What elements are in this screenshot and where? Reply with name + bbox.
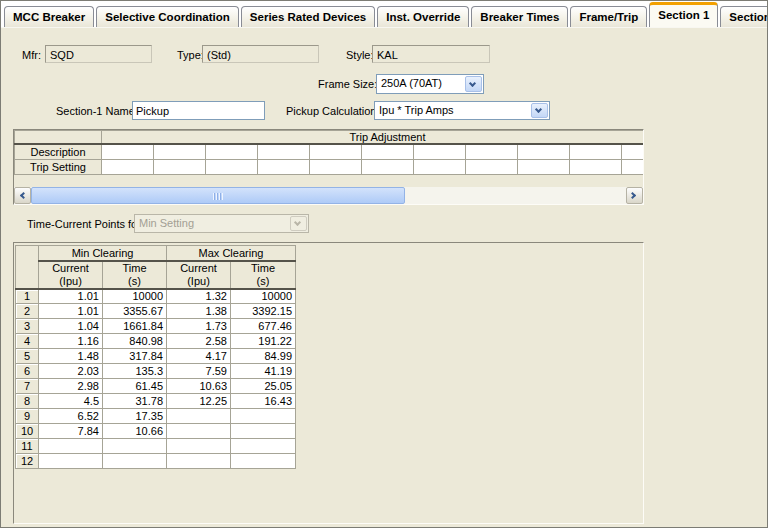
- cell-max-current[interactable]: 2.58: [167, 334, 231, 349]
- cell-min-time[interactable]: 840.98: [103, 334, 167, 349]
- row-number[interactable]: 6: [16, 364, 39, 379]
- frame-size-dropdown[interactable]: 250A (70AT): [376, 74, 484, 94]
- cell-min-current[interactable]: 1.01: [39, 289, 103, 304]
- table-row: 84.531.7812.2516.43: [16, 394, 296, 409]
- cell-min-time[interactable]: 3355.67: [103, 304, 167, 319]
- cell-max-time[interactable]: [231, 439, 296, 454]
- trip-adjustment-cell[interactable]: [154, 159, 206, 174]
- tab-breaker-times[interactable]: Breaker Times: [471, 6, 568, 27]
- cell-min-current[interactable]: 2.03: [39, 364, 103, 379]
- trip-adjustment-cell[interactable]: [258, 144, 310, 159]
- scroll-left-button[interactable]: [14, 187, 31, 204]
- cell-min-time[interactable]: 31.78: [103, 394, 167, 409]
- cell-max-time[interactable]: 191.22: [231, 334, 296, 349]
- cell-min-time[interactable]: 10.66: [103, 424, 167, 439]
- row-number[interactable]: 9: [16, 409, 39, 424]
- cell-min-current[interactable]: 2.98: [39, 379, 103, 394]
- scroll-right-button[interactable]: [626, 187, 643, 204]
- trip-adjustment-cell[interactable]: [570, 144, 622, 159]
- row-number[interactable]: 12: [16, 454, 39, 469]
- cell-min-time[interactable]: 61.45: [103, 379, 167, 394]
- cell-min-current[interactable]: 1.01: [39, 304, 103, 319]
- tab-inst-override[interactable]: Inst. Override: [377, 6, 469, 27]
- cell-max-current[interactable]: 4.17: [167, 349, 231, 364]
- pickup-calc-dropdown[interactable]: Ipu * Trip Amps: [374, 101, 550, 120]
- cell-min-current[interactable]: 1.04: [39, 319, 103, 334]
- row-number[interactable]: 11: [16, 439, 39, 454]
- cell-max-time[interactable]: 25.05: [231, 379, 296, 394]
- trip-adjustment-cell[interactable]: [102, 144, 154, 159]
- tab-section-1[interactable]: Section 1: [649, 2, 718, 27]
- cell-max-time[interactable]: 3392.15: [231, 304, 296, 319]
- trip-adjustment-cell[interactable]: [154, 144, 206, 159]
- tab-section-2[interactable]: Section 2: [720, 6, 767, 27]
- trip-adjustment-cell[interactable]: [102, 159, 154, 174]
- cell-min-current[interactable]: 6.52: [39, 409, 103, 424]
- trip-adjustment-cell[interactable]: [466, 159, 518, 174]
- trip-adjustment-cell[interactable]: [414, 144, 466, 159]
- cell-max-time[interactable]: [231, 424, 296, 439]
- trip-adjustment-cell[interactable]: [362, 159, 414, 174]
- cell-max-time[interactable]: [231, 454, 296, 469]
- cell-min-current[interactable]: 1.16: [39, 334, 103, 349]
- cell-max-current[interactable]: [167, 439, 231, 454]
- cell-min-time[interactable]: [103, 454, 167, 469]
- row-number[interactable]: 3: [16, 319, 39, 334]
- cell-min-current[interactable]: [39, 439, 103, 454]
- cell-max-current[interactable]: 10.63: [167, 379, 231, 394]
- cell-max-time[interactable]: 10000: [231, 289, 296, 304]
- row-number[interactable]: 10: [16, 424, 39, 439]
- cell-min-time[interactable]: 1661.84: [103, 319, 167, 334]
- trip-adjustment-cell[interactable]: [362, 144, 414, 159]
- trip-adjustment-cell[interactable]: [518, 159, 570, 174]
- trip-adjustment-cell[interactable]: [258, 159, 310, 174]
- pickup-calc-dropdown-button[interactable]: [531, 103, 548, 118]
- cell-min-time[interactable]: 135.3: [103, 364, 167, 379]
- cell-max-current[interactable]: 12.25: [167, 394, 231, 409]
- row-number[interactable]: 1: [16, 289, 39, 304]
- cell-max-time[interactable]: 84.99: [231, 349, 296, 364]
- trip-adjustment-cell[interactable]: [622, 159, 645, 174]
- scrollbar-thumb[interactable]: [31, 187, 405, 204]
- trip-adjustment-cell[interactable]: [310, 159, 362, 174]
- cell-max-time[interactable]: 16.43: [231, 394, 296, 409]
- cell-max-time[interactable]: [231, 409, 296, 424]
- cell-max-current[interactable]: [167, 424, 231, 439]
- horizontal-scrollbar[interactable]: [14, 187, 643, 204]
- cell-max-current[interactable]: [167, 454, 231, 469]
- cell-min-current[interactable]: 1.48: [39, 349, 103, 364]
- trip-adjustment-cell[interactable]: [414, 159, 466, 174]
- cell-max-current[interactable]: 7.59: [167, 364, 231, 379]
- cell-min-time[interactable]: [103, 439, 167, 454]
- row-number[interactable]: 5: [16, 349, 39, 364]
- trip-adjustment-cell[interactable]: [310, 144, 362, 159]
- cell-min-time[interactable]: 17.35: [103, 409, 167, 424]
- cell-max-current[interactable]: 1.73: [167, 319, 231, 334]
- frame-size-dropdown-button[interactable]: [465, 76, 482, 92]
- trip-adjustment-cell[interactable]: [622, 144, 645, 159]
- cell-min-time[interactable]: 10000: [103, 289, 167, 304]
- row-number[interactable]: 4: [16, 334, 39, 349]
- tab-frame-trip[interactable]: Frame/Trip: [570, 6, 647, 27]
- tab-selective-coordination[interactable]: Selective Coordination: [96, 6, 239, 27]
- cell-max-time[interactable]: 41.19: [231, 364, 296, 379]
- cell-max-current[interactable]: 1.38: [167, 304, 231, 319]
- trip-adjustment-cell[interactable]: [570, 159, 622, 174]
- cell-min-current[interactable]: [39, 454, 103, 469]
- row-number[interactable]: 7: [16, 379, 39, 394]
- cell-min-time[interactable]: 317.84: [103, 349, 167, 364]
- row-number[interactable]: 8: [16, 394, 39, 409]
- cell-max-current[interactable]: [167, 409, 231, 424]
- cell-max-time[interactable]: 677.46: [231, 319, 296, 334]
- tab-series-rated-devices[interactable]: Series Rated Devices: [241, 6, 375, 27]
- trip-adjustment-cell[interactable]: [206, 159, 258, 174]
- section-name-input[interactable]: [132, 101, 265, 120]
- cell-min-current[interactable]: 4.5: [39, 394, 103, 409]
- trip-adjustment-cell[interactable]: [206, 144, 258, 159]
- cell-min-current[interactable]: 7.84: [39, 424, 103, 439]
- trip-adjustment-cell[interactable]: [466, 144, 518, 159]
- cell-max-current[interactable]: 1.32: [167, 289, 231, 304]
- tab-mcc-breaker[interactable]: MCC Breaker: [4, 6, 94, 27]
- row-number[interactable]: 2: [16, 304, 39, 319]
- trip-adjustment-cell[interactable]: [518, 144, 570, 159]
